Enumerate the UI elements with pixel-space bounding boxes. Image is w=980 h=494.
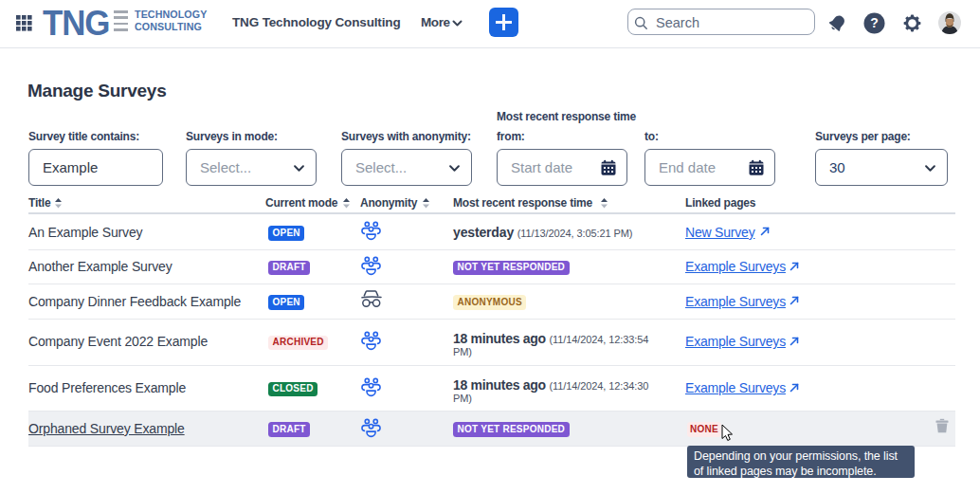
svg-text:?: ?: [870, 15, 879, 30]
